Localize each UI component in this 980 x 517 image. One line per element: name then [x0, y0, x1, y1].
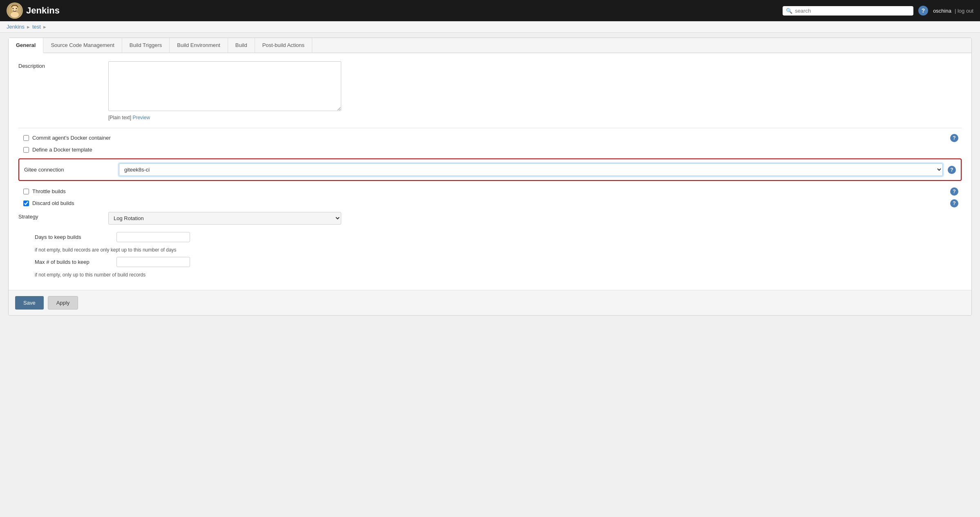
svg-point-4	[16, 8, 17, 9]
gitee-help-icon[interactable]: ?	[948, 166, 956, 174]
gitee-inner-row: Gitee connection giteek8s-ci ?	[24, 163, 956, 176]
tab-general[interactable]: General	[9, 38, 43, 53]
strategy-label: Strategy	[18, 212, 108, 220]
search-box[interactable]: 🔍	[783, 6, 913, 16]
tab-post-build[interactable]: Post-build Actions	[255, 38, 312, 53]
logo-label: Jenkins	[26, 5, 60, 16]
main-content: General Source Code Management Build Tri…	[0, 33, 980, 321]
breadcrumb-arrow-2: ►	[43, 25, 47, 29]
tab-build-triggers[interactable]: Build Triggers	[122, 38, 170, 53]
config-panel: General Source Code Management Build Tri…	[8, 38, 972, 316]
throttle-help-icon[interactable]: ?	[950, 187, 958, 196]
commit-docker-row: Commit agent's Docker container ?	[18, 135, 962, 141]
strategy-select[interactable]: Log Rotation	[108, 212, 341, 225]
header: Jenkins 🔍 ? oschina | log out	[0, 0, 980, 21]
strategy-row: Strategy Log Rotation	[18, 212, 962, 225]
days-to-keep-row: Days to keep builds	[18, 232, 962, 242]
preview-link[interactable]: Preview	[132, 115, 150, 120]
logout-prefix: |	[955, 8, 958, 14]
throttle-builds-row: Throttle builds ?	[18, 188, 962, 194]
tab-bar: General Source Code Management Build Tri…	[9, 38, 971, 53]
throttle-builds-checkbox[interactable]	[23, 189, 29, 194]
max-builds-label: Max # of builds to keep	[35, 259, 116, 265]
logout-button[interactable]: | log out	[955, 8, 973, 14]
svg-point-2	[11, 12, 19, 18]
throttle-builds-label: Throttle builds	[32, 188, 66, 194]
days-hint-text: if not empty, build records are only kep…	[35, 247, 962, 253]
gitee-label: Gitee connection	[24, 167, 114, 173]
days-to-keep-label: Days to keep builds	[35, 234, 116, 240]
preview-text: [Plain text] Preview	[108, 115, 962, 120]
breadcrumb-test[interactable]: test	[32, 24, 41, 30]
tab-build[interactable]: Build	[228, 38, 255, 53]
gitee-connection-row: Gitee connection giteek8s-ci ?	[18, 158, 962, 181]
button-row: Save Apply	[9, 290, 971, 315]
logo: Jenkins	[7, 2, 60, 19]
breadcrumb: Jenkins ► test ►	[0, 21, 980, 33]
logout-label[interactable]: log out	[958, 8, 973, 14]
description-label: Description	[18, 61, 108, 69]
discard-help-icon[interactable]: ?	[950, 199, 958, 207]
form-area: Description [Plain text] Preview Commit …	[9, 53, 971, 290]
divider-1	[18, 128, 962, 128]
tab-build-environment[interactable]: Build Environment	[170, 38, 228, 53]
description-control: [Plain text] Preview	[108, 61, 962, 120]
svg-point-3	[13, 8, 14, 9]
tab-source-code[interactable]: Source Code Management	[43, 38, 122, 53]
commit-docker-label: Commit agent's Docker container	[32, 135, 111, 141]
logo-icon	[7, 2, 23, 19]
save-button[interactable]: Save	[15, 296, 44, 310]
plain-text-label: [Plain text]	[108, 115, 131, 120]
discard-builds-label: Discard old builds	[32, 200, 74, 206]
search-icon: 🔍	[786, 8, 792, 14]
define-docker-checkbox[interactable]	[23, 147, 29, 153]
days-to-keep-input[interactable]	[116, 232, 190, 242]
gitee-connection-select[interactable]: giteek8s-ci	[119, 163, 943, 176]
commit-docker-checkbox[interactable]	[23, 135, 29, 141]
global-help-button[interactable]: ?	[918, 6, 928, 16]
description-row: Description [Plain text] Preview	[18, 61, 962, 120]
strategy-control: Log Rotation	[108, 212, 962, 225]
apply-button[interactable]: Apply	[48, 296, 78, 310]
max-builds-input[interactable]	[116, 257, 190, 267]
commit-docker-help-icon[interactable]: ?	[950, 134, 958, 142]
search-input[interactable]	[795, 8, 910, 14]
define-docker-row: Define a Docker template	[18, 147, 962, 153]
define-docker-label: Define a Docker template	[32, 147, 92, 153]
breadcrumb-arrow-1: ►	[26, 25, 31, 29]
gitee-select-wrap: giteek8s-ci	[119, 163, 943, 176]
max-builds-row: Max # of builds to keep	[18, 257, 962, 267]
discard-builds-checkbox[interactable]	[23, 201, 29, 206]
description-input[interactable]	[108, 61, 341, 111]
username-label: oschina	[933, 8, 951, 14]
max-hint-text: if not empty, only up to this number of …	[35, 272, 962, 278]
breadcrumb-jenkins[interactable]: Jenkins	[7, 24, 25, 30]
discard-builds-row: Discard old builds ?	[18, 200, 962, 206]
